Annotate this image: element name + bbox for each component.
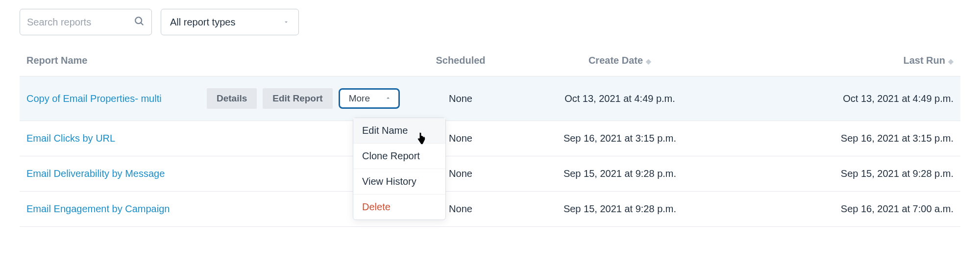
report-type-label: All report types — [170, 17, 235, 28]
svg-line-1 — [141, 23, 144, 25]
details-button[interactable]: Details — [207, 88, 257, 109]
table-row: Email Engagement by Campaign None Sep 15… — [20, 192, 960, 227]
col-header-create-date[interactable]: Create Date◆ — [514, 49, 725, 76]
report-link[interactable]: Copy of Email Properties- multi — [26, 93, 162, 104]
dropdown-delete[interactable]: Delete — [353, 195, 445, 220]
edit-report-button[interactable]: Edit Report — [263, 88, 332, 109]
more-dropdown: Edit Name Clone Report View History Dele… — [353, 118, 446, 220]
toolbar: All report types — [20, 9, 960, 35]
chevron-up-icon — [385, 93, 392, 104]
col-header-last-run[interactable]: Last Run◆ — [725, 49, 960, 76]
last-run-cell: Sep 15, 2021 at 9:28 p.m. — [725, 156, 960, 192]
report-link[interactable]: Email Clicks by URL — [26, 133, 115, 144]
search-icon — [134, 16, 145, 28]
sort-icon: ◆ — [646, 57, 651, 65]
report-link[interactable]: Email Deliverability by Message — [26, 168, 165, 179]
dropdown-clone-report[interactable]: Clone Report — [353, 144, 445, 169]
create-date-cell: Sep 16, 2021 at 3:15 p.m. — [514, 121, 725, 156]
report-link[interactable]: Email Engagement by Campaign — [26, 203, 170, 214]
search-input[interactable] — [27, 17, 134, 28]
report-type-select[interactable]: All report types — [161, 9, 299, 35]
last-run-cell: Sep 16, 2021 at 7:00 a.m. — [725, 192, 960, 227]
table-row: Email Deliverability by Message None Sep… — [20, 156, 960, 192]
col-header-name[interactable]: Report Name — [20, 49, 407, 76]
last-run-cell: Sep 16, 2021 at 3:15 p.m. — [725, 121, 960, 156]
search-input-wrapper[interactable] — [20, 9, 152, 35]
scheduled-cell: None — [407, 76, 514, 121]
more-label: More — [349, 93, 370, 104]
chevron-down-icon — [283, 17, 290, 28]
table-row: Email Clicks by URL None Sep 16, 2021 at… — [20, 121, 960, 156]
dropdown-view-history[interactable]: View History — [353, 169, 445, 195]
last-run-cell: Oct 13, 2021 at 4:49 p.m. — [725, 76, 960, 121]
table-row: Copy of Email Properties- multi Details … — [20, 76, 960, 121]
create-date-cell: Sep 15, 2021 at 9:28 p.m. — [514, 192, 725, 227]
svg-point-0 — [135, 17, 142, 24]
more-button[interactable]: More — [339, 88, 400, 109]
row-actions: Details Edit Report More — [207, 88, 400, 109]
sort-icon: ◆ — [948, 57, 954, 65]
reports-table: Report Name Scheduled Create Date◆ Last … — [20, 49, 960, 227]
col-header-scheduled[interactable]: Scheduled — [407, 49, 514, 76]
create-date-cell: Oct 13, 2021 at 4:49 p.m. — [514, 76, 725, 121]
dropdown-edit-name[interactable]: Edit Name — [353, 118, 445, 144]
create-date-cell: Sep 15, 2021 at 9:28 p.m. — [514, 156, 725, 192]
